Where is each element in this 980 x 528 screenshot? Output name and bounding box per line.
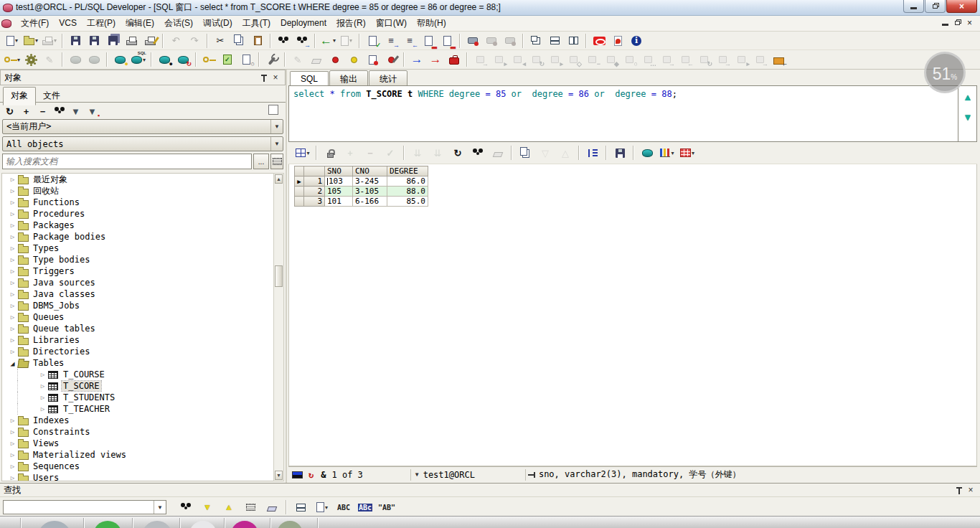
- pdf-report-icon[interactable]: [609, 33, 626, 49]
- collapsed-arrow-icon[interactable]: ▷: [9, 336, 17, 344]
- single-record-view-icon[interactable]: [584, 145, 601, 161]
- column-header-sno[interactable]: SNO: [325, 166, 353, 176]
- dropdown-arrow-icon[interactable]: ▾: [671, 150, 674, 156]
- collapsed-arrow-icon[interactable]: ▷: [9, 474, 17, 481]
- collapsed-arrow-icon[interactable]: ▷: [39, 394, 47, 401]
- tree-item-users[interactable]: ▷Users: [2, 472, 275, 481]
- tree-scrollbar[interactable]: ▲ ▼: [273, 173, 284, 481]
- search-more-button[interactable]: ...: [253, 154, 269, 169]
- report-window-icon[interactable]: ▾: [679, 145, 696, 161]
- close-panel-button[interactable]: ×: [270, 72, 281, 83]
- collapsed-arrow-icon[interactable]: ▷: [9, 256, 17, 263]
- find-text-combo[interactable]: ▼: [3, 500, 166, 514]
- save-all-icon[interactable]: [104, 33, 121, 49]
- uppercase-keywords-icon[interactable]: ▂: [420, 33, 437, 49]
- object-filter-dropdown[interactable]: All objects ▼: [2, 136, 283, 151]
- tree-item-packages[interactable]: ▷Packages: [2, 220, 275, 231]
- print-document-icon[interactable]: [123, 33, 140, 49]
- open-file-icon[interactable]: ▾: [22, 33, 39, 49]
- table-row[interactable]: 31016-16685.0: [295, 197, 428, 207]
- sql-editor[interactable]: select * from T_SCORE t WHERE degree = 8…: [288, 85, 958, 142]
- navigate-down-icon[interactable]: ▼: [962, 112, 974, 123]
- pin-field-icon[interactable]: [528, 474, 534, 476]
- collapsed-arrow-icon[interactable]: ▷: [9, 348, 17, 355]
- lock-record-icon[interactable]: [321, 145, 339, 161]
- auto-refresh-icon[interactable]: ↻: [308, 470, 314, 480]
- menu-item-7[interactable]: 工具(T): [237, 16, 275, 29]
- collapsed-arrow-icon[interactable]: ▷: [9, 176, 17, 183]
- lowercase-keywords-icon[interactable]: ▂: [438, 33, 456, 49]
- tree-item-queue-tables[interactable]: ▷Queue tables: [2, 323, 275, 334]
- find-in-grid-icon[interactable]: [469, 145, 486, 161]
- refresh-results-icon[interactable]: ↻: [449, 145, 466, 161]
- dropdown-arrow-icon[interactable]: ▾: [692, 150, 694, 156]
- search-down-icon[interactable]: ▼: [199, 499, 216, 515]
- chart-window-icon[interactable]: ▾: [659, 145, 676, 161]
- match-case-icon[interactable]: ABc: [357, 499, 374, 515]
- table-row[interactable]: ▶11033-24586.0: [295, 176, 428, 187]
- grid-options-icon[interactable]: ▾: [294, 145, 311, 161]
- tab-文件[interactable]: 文件: [36, 88, 67, 105]
- menu-item-11[interactable]: 帮助(H): [412, 16, 451, 29]
- collapsed-arrow-icon[interactable]: ▷: [9, 302, 17, 309]
- find-icon[interactable]: [275, 33, 292, 49]
- collapsed-arrow-icon[interactable]: ▷: [9, 245, 17, 252]
- tree-item-queues[interactable]: ▷Queues: [2, 311, 275, 323]
- conditional-breakpoint-icon[interactable]: [345, 52, 362, 67]
- tree-item-t-teacher[interactable]: ▷T_TEACHER: [17, 403, 275, 415]
- close-button[interactable]: ×: [946, 0, 977, 13]
- cascade-windows-icon[interactable]: [527, 33, 545, 49]
- export-query-icon[interactable]: [517, 145, 534, 161]
- to-do-items-icon[interactable]: [219, 52, 236, 67]
- log-on-icon[interactable]: ▾: [4, 52, 21, 67]
- data-cell[interactable]: 3-245: [353, 176, 387, 187]
- save-icon[interactable]: [67, 33, 84, 49]
- tree-item-procedures[interactable]: ▷Procedures: [2, 208, 275, 220]
- user-filter-dropdown[interactable]: <当前用户> ▼: [2, 119, 283, 134]
- dropdown-arrow-icon[interactable]: ▾: [349, 37, 352, 44]
- data-cell[interactable]: 101: [325, 197, 353, 207]
- menu-item-8[interactable]: Deployment: [275, 16, 331, 29]
- oracle-home-icon[interactable]: [590, 33, 608, 49]
- expanded-arrow-icon[interactable]: ◢: [9, 359, 17, 367]
- find-object-icon[interactable]: [52, 103, 67, 119]
- breakpoint-settings-icon[interactable]: [382, 52, 400, 67]
- filter-icon[interactable]: ▼: [68, 103, 83, 119]
- column-header-blank[interactable]: [295, 166, 304, 176]
- save-as-icon[interactable]: [85, 33, 103, 49]
- restore-button[interactable]: [925, 0, 946, 13]
- find-database-objects-icon[interactable]: ●: [156, 52, 173, 67]
- dropdown-arrow-icon[interactable]: ▾: [306, 150, 309, 156]
- column-header-cno[interactable]: CNO: [353, 166, 387, 176]
- data-cell[interactable]: 85.0: [387, 197, 428, 207]
- chevron-down-icon[interactable]: ▼: [154, 501, 166, 514]
- menu-item-3[interactable]: 工程(P): [82, 16, 121, 29]
- data-cell[interactable]: 6-166: [353, 197, 387, 207]
- results-grid[interactable]: SNOCNODEGREE▶11033-24586.021053-10588.03…: [294, 166, 428, 207]
- data-cell[interactable]: 105: [325, 187, 353, 197]
- mdi-close-button[interactable]: ×: [963, 17, 976, 28]
- tile-vertical-icon[interactable]: [565, 33, 582, 49]
- tree-item-triggers[interactable]: ▷Triggers: [2, 265, 275, 277]
- new-sql-window-icon[interactable]: SQL▾: [130, 52, 147, 67]
- tree-item-tables[interactable]: ◢Tables: [2, 357, 275, 369]
- dropdown-arrow-icon[interactable]: ▾: [325, 504, 328, 511]
- windows-taskbar[interactable]: [0, 516, 980, 528]
- taskbar-app-2-icon[interactable]: [93, 521, 122, 528]
- whole-words-only-icon[interactable]: "AB": [378, 499, 395, 515]
- collapsed-arrow-icon[interactable]: ▷: [9, 268, 17, 275]
- taskbar-app-6-icon[interactable]: [277, 521, 303, 528]
- chevron-down-icon[interactable]: ▼: [270, 137, 283, 151]
- compare-user-objects-icon[interactable]: [200, 52, 217, 67]
- collapsed-arrow-icon[interactable]: ▷: [9, 417, 17, 424]
- menu-item-6[interactable]: 调试(D): [198, 16, 237, 29]
- minimize-button[interactable]: [903, 0, 924, 13]
- tree-item-constraints[interactable]: ▷Constraints: [2, 426, 275, 438]
- indent-icon[interactable]: ≡→: [382, 33, 400, 49]
- tree-item-directories[interactable]: ▷Directories: [2, 346, 275, 357]
- unindent-icon[interactable]: ≡←: [401, 33, 418, 49]
- table-row[interactable]: 21053-10588.0: [295, 187, 428, 197]
- tree-item-materialized-views[interactable]: ▷Materialized views: [2, 449, 275, 461]
- search-documents-icon[interactable]: ▾: [314, 499, 331, 515]
- taskbar-app-4-icon[interactable]: [189, 521, 217, 528]
